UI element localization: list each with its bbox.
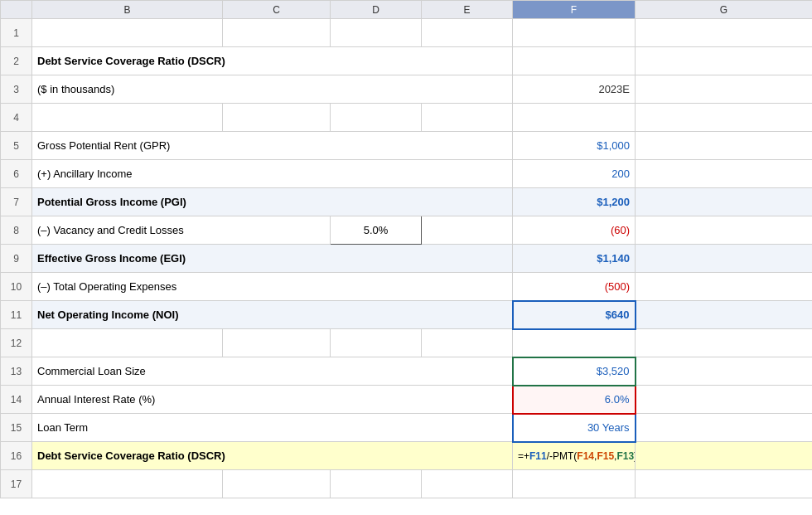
vacancy-input[interactable]: 5.0% (331, 216, 422, 245)
row-1-f (513, 19, 636, 47)
formula-ref3: F15 (597, 450, 614, 462)
row-num-6: 6 (1, 160, 32, 188)
row-2: 2 Debt Service Coverage Ratio (DSCR) (1, 47, 813, 75)
noi-label: Net Operating Income (NOI) (32, 301, 513, 329)
row-num-14: 14 (1, 386, 32, 414)
ancillary-label: (+) Ancillary Income (32, 160, 513, 188)
vacancy-value[interactable]: (60) (513, 216, 636, 245)
formula-div: /-PMT( (547, 450, 578, 462)
row-17-c (223, 470, 331, 498)
row-16-g (636, 442, 813, 470)
row-5: 5 Gross Potential Rent (GPR) $1,000 (1, 132, 813, 160)
row-num-7: 7 (1, 188, 32, 216)
corner-cell (1, 1, 32, 19)
row-4-c (223, 104, 331, 132)
row-17: 17 (1, 470, 813, 498)
col-d-header[interactable]: D (331, 1, 422, 19)
title-cell: Debt Service Coverage Ratio (DSCR) (32, 47, 513, 75)
row-3-g (636, 75, 813, 104)
row-num-4: 4 (1, 104, 32, 132)
dscr-formula[interactable]: =+F11/-PMT(F14,F15,F13) (513, 442, 636, 470)
row-4-g (636, 104, 813, 132)
column-headers: B C D E F G (1, 1, 813, 19)
vacancy-label: (–) Vacancy and Credit Losses (32, 216, 331, 245)
col-f-header[interactable]: F (513, 1, 636, 19)
row-num-11: 11 (1, 301, 32, 329)
row-1-c (223, 19, 331, 47)
row-6: 6 (+) Ancillary Income 200 (1, 160, 813, 188)
ancillary-value[interactable]: 200 (513, 160, 636, 188)
row-9-g (636, 245, 813, 273)
col-b-header[interactable]: B (32, 1, 223, 19)
row-1: 1 (1, 19, 813, 47)
loan-size-value[interactable]: $3,520 (513, 357, 636, 386)
row-12: 12 (1, 329, 813, 357)
row-num-9: 9 (1, 245, 32, 273)
row-16: 16 Debt Service Coverage Ratio (DSCR) =+… (1, 442, 813, 470)
row-6-g (636, 160, 813, 188)
row-2-f (513, 47, 636, 75)
row-num-17: 17 (1, 470, 32, 498)
row-10-g (636, 273, 813, 301)
row-17-b (32, 470, 223, 498)
dscr-label: Debt Service Coverage Ratio (DSCR) (32, 442, 513, 470)
subtitle-cell: ($ in thousands) (32, 75, 513, 104)
pgi-value[interactable]: $1,200 (513, 188, 636, 216)
row-4: 4 (1, 104, 813, 132)
row-1-e (422, 19, 513, 47)
row-num-1: 1 (1, 19, 32, 47)
row-17-d (331, 470, 422, 498)
row-num-3: 3 (1, 75, 32, 104)
row-4-f (513, 104, 636, 132)
col-e-header[interactable]: E (422, 1, 513, 19)
egi-value[interactable]: $1,140 (513, 245, 636, 273)
row-1-d (331, 19, 422, 47)
row-4-b (32, 104, 223, 132)
row-num-15: 15 (1, 414, 32, 442)
formula-ref2: F14 (577, 450, 594, 462)
row-1-b (32, 19, 223, 47)
row-17-g (636, 470, 813, 498)
row-9: 9 Effective Gross Income (EGI) $1,140 (1, 245, 813, 273)
row-8-g (636, 216, 813, 245)
row-12-b (32, 329, 223, 357)
row-7: 7 Potential Gross Income (PGI) $1,200 (1, 188, 813, 216)
col-c-header[interactable]: C (223, 1, 331, 19)
row-num-13: 13 (1, 357, 32, 386)
row-11: 11 Net Operating Income (NOI) $640 (1, 301, 813, 329)
loan-term-label: Loan Term (32, 414, 513, 442)
row-4-e (422, 104, 513, 132)
gpr-value[interactable]: $1,000 (513, 132, 636, 160)
row-12-d (331, 329, 422, 357)
row-17-f (513, 470, 636, 498)
formula-prefix: =+ (518, 450, 529, 462)
opex-value[interactable]: (500) (513, 273, 636, 301)
row-15-g (636, 414, 813, 442)
gpr-label: Gross Potential Rent (GPR) (32, 132, 513, 160)
formula-ref4: F13 (616, 450, 634, 462)
row-17-e (422, 470, 513, 498)
row-10: 10 (–) Total Operating Expenses (500) (1, 273, 813, 301)
loan-size-label: Commercial Loan Size (32, 357, 513, 386)
row-3: 3 ($ in thousands) 2023E (1, 75, 813, 104)
col-g-header[interactable]: G (636, 1, 813, 19)
spreadsheet: B C D E F G 1 2 Debt Service Coverage Ra… (0, 0, 812, 498)
row-4-d (331, 104, 422, 132)
row-8-e (422, 216, 513, 245)
row-12-e (422, 329, 513, 357)
row-num-12: 12 (1, 329, 32, 357)
noi-value[interactable]: $640 (513, 301, 636, 329)
egi-label: Effective Gross Income (EGI) (32, 245, 513, 273)
interest-rate-value[interactable]: 6.0% (513, 386, 636, 414)
row-1-g (636, 19, 813, 47)
opex-label: (–) Total Operating Expenses (32, 273, 513, 301)
interest-rate-label: Annual Interest Rate (%) (32, 386, 513, 414)
row-2-g (636, 47, 813, 75)
row-13: 13 Commercial Loan Size $3,520 (1, 357, 813, 386)
row-5-g (636, 132, 813, 160)
row-num-16: 16 (1, 442, 32, 470)
row-14: 14 Annual Interest Rate (%) 6.0% (1, 386, 813, 414)
row-num-5: 5 (1, 132, 32, 160)
formula-text: =+F11/-PMT(F14,F15,F13) (518, 450, 636, 462)
loan-term-value[interactable]: 30 Years (513, 414, 636, 442)
